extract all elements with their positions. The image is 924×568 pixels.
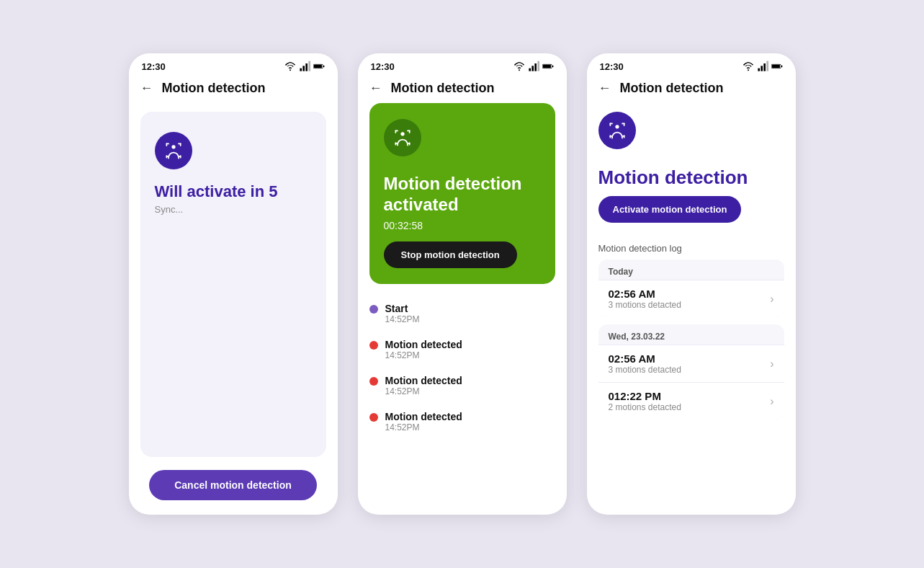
body-scan-icon-3 bbox=[607, 120, 627, 141]
phone-screen-2: 12:30 ← Motion detection bbox=[358, 53, 567, 515]
sync-text: Sync... bbox=[155, 204, 184, 215]
nav-title-3: Motion detection bbox=[620, 81, 724, 96]
detection-active-title: Motion detection activated bbox=[384, 174, 541, 216]
svg-rect-36 bbox=[761, 66, 763, 71]
svg-rect-4 bbox=[308, 61, 310, 71]
svg-rect-33 bbox=[408, 142, 410, 145]
svg-rect-27 bbox=[395, 130, 396, 133]
chevron-right-icon-0: › bbox=[770, 293, 773, 306]
log-dot-0 bbox=[369, 305, 378, 314]
status-icons-2 bbox=[513, 61, 554, 72]
status-bar-1: 12:30 bbox=[129, 53, 338, 76]
svg-rect-46 bbox=[623, 123, 624, 126]
log-entry-wed-1[interactable]: 012:22 PM 2 motions detacted › bbox=[598, 382, 784, 420]
svg-rect-2 bbox=[302, 66, 305, 71]
svg-rect-21 bbox=[537, 61, 539, 71]
svg-rect-50 bbox=[623, 135, 624, 138]
wifi-icon-3 bbox=[743, 61, 754, 72]
log-group-date-wed: Wed, 23.03.22 bbox=[598, 324, 784, 345]
body-scan-icon-1 bbox=[163, 141, 184, 161]
svg-rect-48 bbox=[609, 135, 611, 138]
screens-container: 12:30 ← Motion detection bbox=[129, 53, 796, 515]
svg-rect-37 bbox=[763, 63, 766, 71]
screen1-card: Will activate in 5 Sync... bbox=[140, 112, 326, 457]
chevron-right-icon-2: › bbox=[770, 395, 773, 408]
screen2-content: Motion detection activated 00:32:58 Stop… bbox=[358, 103, 567, 515]
svg-rect-16 bbox=[179, 155, 181, 158]
log-item-text-3: Motion detected 14:52PM bbox=[385, 411, 462, 432]
log-group-wed: Wed, 23.03.22 02:56 AM 3 motions detacte… bbox=[598, 324, 784, 420]
log-group-date-today: Today bbox=[598, 259, 784, 280]
svg-rect-14 bbox=[166, 155, 167, 158]
back-arrow-3[interactable]: ← bbox=[598, 81, 611, 96]
status-icons-1 bbox=[284, 61, 325, 72]
log-entry-today-0[interactable]: 02:56 AM 3 motions detacted › bbox=[598, 280, 784, 317]
svg-rect-6 bbox=[313, 65, 321, 68]
svg-rect-41 bbox=[781, 66, 782, 68]
svg-rect-19 bbox=[531, 66, 534, 71]
stop-motion-button[interactable]: Stop motion detection bbox=[384, 241, 517, 268]
nav-title-1: Motion detection bbox=[162, 81, 266, 96]
status-bar-3: 12:30 bbox=[587, 53, 796, 76]
signal-icon-3 bbox=[757, 61, 768, 72]
svg-rect-12 bbox=[179, 143, 181, 146]
log-item-text-2: Motion detected 14:52PM bbox=[385, 375, 462, 396]
cancel-motion-button[interactable]: Cancel motion detection bbox=[149, 470, 316, 500]
nav-title-2: Motion detection bbox=[391, 81, 495, 96]
chevron-right-icon-1: › bbox=[770, 358, 773, 370]
log-dot-1 bbox=[369, 341, 378, 350]
svg-rect-31 bbox=[395, 142, 396, 145]
svg-rect-3 bbox=[305, 63, 308, 71]
signal-icon bbox=[299, 61, 310, 72]
log-dot-2 bbox=[369, 377, 378, 386]
svg-point-34 bbox=[748, 69, 749, 71]
svg-rect-29 bbox=[408, 130, 410, 133]
screen2-log-list: Start 14:52PM Motion detected 14:52PM Mo… bbox=[358, 296, 567, 440]
time-1: 12:30 bbox=[142, 61, 166, 72]
nav-bar-3: ← Motion detection bbox=[587, 76, 796, 103]
log-item-1: Motion detected 14:52PM bbox=[369, 332, 555, 368]
back-arrow-2[interactable]: ← bbox=[369, 81, 382, 96]
wifi-icon bbox=[284, 61, 296, 72]
battery-icon-3 bbox=[771, 61, 783, 72]
activate-motion-button[interactable]: Activate motion detection bbox=[598, 196, 742, 223]
svg-point-17 bbox=[519, 69, 520, 71]
svg-rect-44 bbox=[609, 123, 611, 126]
log-item-2: Motion detected 14:52PM bbox=[369, 368, 555, 404]
log-section-title: Motion detection log bbox=[598, 243, 784, 254]
timer-text: 00:32:58 bbox=[384, 220, 423, 231]
green-active-card: Motion detection activated 00:32:58 Stop… bbox=[369, 103, 555, 284]
time-2: 12:30 bbox=[371, 61, 395, 72]
log-entry-wed-0[interactable]: 02:56 AM 3 motions detacted › bbox=[598, 345, 784, 382]
phone-screen-3: 12:30 ← Motion detection bbox=[587, 53, 796, 515]
svg-rect-7 bbox=[323, 66, 324, 68]
svg-rect-24 bbox=[552, 66, 553, 68]
motion-icon-2 bbox=[384, 119, 421, 156]
nav-bar-1: ← Motion detection bbox=[129, 76, 338, 103]
screen3-content: Motion detection Activate motion detecti… bbox=[587, 103, 796, 515]
nav-bar-2: ← Motion detection bbox=[358, 76, 567, 103]
battery-icon-2 bbox=[542, 61, 554, 72]
log-item-0: Start 14:52PM bbox=[369, 296, 555, 332]
screen3-title: Motion detection bbox=[598, 167, 748, 189]
svg-rect-10 bbox=[166, 143, 167, 146]
svg-point-42 bbox=[615, 125, 619, 128]
battery-icon bbox=[313, 61, 325, 72]
svg-rect-38 bbox=[766, 61, 768, 71]
svg-point-8 bbox=[171, 145, 175, 148]
back-arrow-1[interactable]: ← bbox=[140, 81, 153, 96]
status-icons-3 bbox=[743, 61, 783, 72]
body-scan-icon-2 bbox=[393, 128, 413, 148]
svg-rect-20 bbox=[534, 63, 537, 71]
screen1-content: Will activate in 5 Sync... Cancel motion… bbox=[129, 103, 338, 515]
status-bar-2: 12:30 bbox=[358, 53, 567, 76]
activate-title: Will activate in 5 bbox=[155, 182, 278, 201]
phone-screen-1: 12:30 ← Motion detection bbox=[129, 53, 338, 515]
svg-rect-40 bbox=[771, 65, 779, 68]
log-item-3: Motion detected 14:52PM bbox=[369, 404, 555, 440]
time-3: 12:30 bbox=[600, 61, 624, 72]
svg-rect-23 bbox=[542, 65, 550, 68]
wifi-icon-2 bbox=[513, 61, 525, 72]
svg-rect-1 bbox=[300, 68, 302, 71]
svg-rect-35 bbox=[758, 68, 760, 71]
